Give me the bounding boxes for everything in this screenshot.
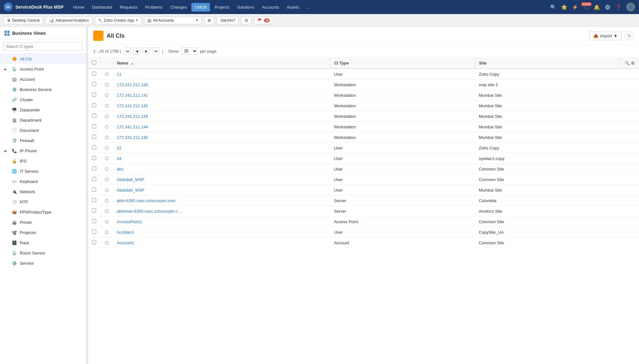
- row-checkbox[interactable]: [92, 103, 96, 107]
- sidebar-item-access-point[interactable]: ▶ 📡 Access Point: [0, 64, 86, 74]
- nav-projects[interactable]: Projects: [211, 3, 233, 11]
- sidebar-item-ips[interactable]: 🔒 IPS: [0, 156, 86, 166]
- row-name-cell[interactable]: AccMan1: [113, 227, 330, 238]
- sidebar-item-printer[interactable]: 🖨️ Printer: [0, 217, 86, 227]
- row-name-cell[interactable]: abc: [113, 164, 330, 174]
- column-search-icon[interactable]: 🔍: [625, 61, 630, 65]
- nav-assets[interactable]: Assets: [283, 3, 302, 11]
- row-checkbox[interactable]: [92, 72, 96, 76]
- sidebar-item-account[interactable]: 🏢 Account: [0, 74, 86, 84]
- sidebar-item-department[interactable]: 🏛️ Department: [0, 115, 86, 125]
- nav-problems[interactable]: Problems: [142, 3, 166, 11]
- refresh-button[interactable]: ↻: [625, 31, 634, 40]
- desktop-central-btn[interactable]: 🖥 Desktop Central: [3, 17, 43, 24]
- sidebar-item-pps-product-type[interactable]: 📦 PPSProductType: [0, 207, 86, 217]
- search-ci-input[interactable]: [3, 42, 83, 51]
- row-checkbox[interactable]: [92, 177, 96, 181]
- name-header[interactable]: Name ▲: [113, 57, 330, 69]
- app-logo[interactable]: SD ServiceDesk Plus MSP: [4, 3, 64, 11]
- row-name-cell[interactable]: AccessPoint1: [113, 216, 330, 227]
- advanced-analytics-btn[interactable]: 📊 Advanced Analytics: [46, 17, 92, 24]
- notification-toolbar-btn[interactable]: 🚩 35: [254, 17, 273, 24]
- sidebar-item-ntp[interactable]: ⏱️ NTP: [0, 197, 86, 207]
- row-name-cell[interactable]: 172.241.211.145: [113, 132, 330, 143]
- grid-view-btn[interactable]: ⊞: [204, 17, 214, 24]
- first-page-btn[interactable]: ⏮: [124, 48, 131, 55]
- nav-more[interactable]: ...: [304, 3, 313, 11]
- row-name-cell[interactable]: abhi-6260.csez.zohocorpin.com: [113, 195, 330, 206]
- row-name-cell[interactable]: 44: [113, 153, 330, 164]
- row-name-cell[interactable]: 11: [113, 69, 330, 80]
- row-checkbox[interactable]: [92, 209, 96, 213]
- nav-changes[interactable]: Changes: [167, 3, 190, 11]
- sidebar-item-cluster[interactable]: 🔗 Cluster: [0, 95, 86, 105]
- help-icon-btn[interactable]: ❓: [615, 4, 622, 10]
- row-checkbox[interactable]: [92, 135, 96, 139]
- sidebar-item-business-service[interactable]: ⚙️ Business Service: [0, 84, 86, 95]
- bolt-icon-btn[interactable]: ⚡: [572, 4, 578, 10]
- row-checkbox[interactable]: [92, 166, 96, 171]
- sidebar-item-room-sensor[interactable]: 📡 Room Sensor: [0, 248, 86, 258]
- ci-type-header[interactable]: CI Type: [330, 57, 475, 69]
- user-avatar[interactable]: 👤: [626, 3, 635, 11]
- row-name-cell[interactable]: Account1: [113, 238, 330, 248]
- next-page-btn[interactable]: ▶: [143, 48, 150, 55]
- bell-icon-btn[interactable]: 🔔: [594, 4, 600, 10]
- nav-accounts[interactable]: Accounts: [259, 3, 282, 11]
- star-icon-btn[interactable]: ⭐: [561, 4, 567, 10]
- sidebar-item-it-service[interactable]: 🌐 IT Service: [0, 166, 86, 176]
- row-name-cell[interactable]: 172.241.211.141: [113, 90, 330, 101]
- select-all-checkbox[interactable]: [92, 60, 96, 64]
- table-view-btn[interactable]: ⊟: [241, 17, 251, 24]
- row-name-cell[interactable]: 172.241.211.144: [113, 122, 330, 132]
- site-header[interactable]: Site: [475, 57, 620, 69]
- site-btn[interactable]: Site24x7: [217, 17, 239, 24]
- sidebar-item-network[interactable]: 🔌 Network: [0, 186, 86, 197]
- nav-cmdb[interactable]: CMDB: [191, 3, 210, 11]
- zoho-creator-select[interactable]: 🔧 Zoho Creator App ▼: [95, 17, 142, 24]
- sidebar-item-keyboard[interactable]: ⌨️ Keyboard: [0, 176, 86, 186]
- row-checkbox[interactable]: [92, 114, 96, 118]
- row-name-cell[interactable]: Abdullah_MSP: [113, 174, 330, 185]
- sidebar-item-all-cis[interactable]: 🔶 All CIs: [0, 54, 86, 64]
- row-checkbox[interactable]: [92, 145, 96, 149]
- row-checkbox[interactable]: [92, 82, 96, 86]
- all-accounts-select[interactable]: 🏢 All Accounts ▼: [144, 17, 202, 24]
- sidebar-item-document[interactable]: 📄 Document: [0, 125, 86, 135]
- sidebar-item-rack[interactable]: 🗄️ Rack: [0, 238, 86, 248]
- row-icon-cell: ⬡: [100, 238, 113, 248]
- row-checkbox[interactable]: [92, 124, 96, 128]
- nav-solutions[interactable]: Solutions: [234, 3, 257, 11]
- firewall-icon: 🛡️: [12, 138, 17, 143]
- row-name-cell[interactable]: 172.241.211.140: [113, 80, 330, 90]
- row-name-cell[interactable]: 172.241.211.143: [113, 111, 330, 122]
- row-checkbox[interactable]: [92, 219, 96, 223]
- prev-page-btn[interactable]: ◀: [133, 48, 140, 55]
- import-button[interactable]: 📥 Import ▼: [589, 32, 622, 40]
- row-checkbox[interactable]: [92, 93, 96, 97]
- row-checkbox[interactable]: [92, 156, 96, 160]
- nav-requests[interactable]: Requests: [117, 3, 141, 11]
- settings-icon-btn[interactable]: ⚙️: [604, 4, 611, 10]
- row-checkbox[interactable]: [92, 198, 96, 202]
- sidebar-item-datacenter[interactable]: 🖥️ Datacenter: [0, 105, 86, 115]
- row-checkbox[interactable]: [92, 240, 96, 244]
- sidebar-item-ip-phone[interactable]: ▶ 📞 IP Phone: [0, 146, 86, 156]
- per-page-select[interactable]: 25 50 100: [181, 48, 197, 55]
- row-checkbox[interactable]: [92, 230, 96, 234]
- nav-dashboard[interactable]: Dashboard: [89, 3, 116, 11]
- sidebar-item-service[interactable]: ⚙️ Service: [0, 258, 86, 268]
- sidebar-item-projector[interactable]: 📽️ Projector: [0, 227, 86, 238]
- sidebar-item-firewall[interactable]: 🛡️ Firewall: [0, 135, 86, 146]
- row-name-cell[interactable]: 172.241.211.142: [113, 101, 330, 111]
- last-page-btn[interactable]: ⏭: [152, 48, 159, 55]
- row-name-cell[interactable]: Abdullah_MSP: [113, 185, 330, 195]
- phone-icon-btn[interactable]: 📞 51203: [583, 4, 589, 10]
- column-settings-icon[interactable]: ⊞: [631, 61, 635, 65]
- row-name-cell[interactable]: 22: [113, 143, 330, 153]
- ip-phone-icon: 📞: [12, 148, 17, 154]
- search-icon-btn[interactable]: 🔍: [550, 4, 557, 10]
- row-checkbox[interactable]: [92, 187, 96, 192]
- row-name-cell[interactable]: abhiman-6260.csez.zohocorpin.c ...: [113, 206, 330, 216]
- nav-home[interactable]: Home: [70, 3, 88, 11]
